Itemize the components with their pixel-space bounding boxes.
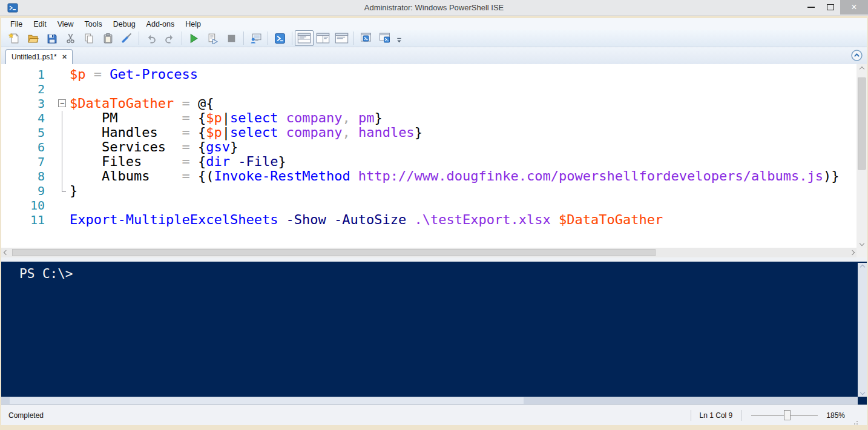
fold-margin <box>48 184 70 198</box>
status-bar: Completed Ln 1 Col 9 185% <box>1 405 867 425</box>
console-pane[interactable]: PS C:\> <box>1 262 867 405</box>
code-line: 9} <box>1 184 856 198</box>
copy-button[interactable] <box>80 30 99 46</box>
start-powershell-exe-button[interactable] <box>271 30 289 46</box>
toolbar-overflow-button[interactable] <box>394 30 404 46</box>
save-script-icon <box>46 33 58 44</box>
code-line: 1$p = Get-Process <box>1 67 856 82</box>
run-selection-button[interactable] <box>203 30 222 46</box>
line-number: 11 <box>1 213 48 227</box>
new-powershell-tab-button[interactable] <box>357 30 375 46</box>
line-number: 9 <box>1 184 48 198</box>
console-horizontal-scroll-thumb[interactable] <box>10 397 524 404</box>
minimize-icon <box>807 7 815 8</box>
status-separator <box>741 410 741 421</box>
show-powershell-console-button[interactable] <box>375 30 394 46</box>
status-text: Completed <box>8 411 44 420</box>
cursor-position: Ln 1 Col 9 <box>697 411 735 420</box>
tab-label: Untitled1.ps1* <box>12 53 57 61</box>
tab-close-icon[interactable]: × <box>62 53 67 61</box>
code-text: Albums = {(Invoke-RestMethod http://www.… <box>70 169 840 184</box>
line-number: 7 <box>1 154 48 169</box>
scroll-left-arrow-icon[interactable] <box>1 248 10 257</box>
toolbar-separator <box>182 31 182 45</box>
resize-grip[interactable] <box>853 419 860 425</box>
tab-untitled1[interactable]: Untitled1.ps1* × <box>5 49 73 64</box>
run-script-icon <box>188 33 200 44</box>
stop-operation-button[interactable] <box>222 30 241 46</box>
status-separator <box>691 410 691 421</box>
code-text: $DataToGather = @{ <box>70 96 214 111</box>
zoom-slider-thumb[interactable] <box>784 410 791 420</box>
code-text: Files = {dir -File} <box>70 154 286 169</box>
horizontal-scroll-thumb[interactable] <box>12 249 656 256</box>
new-script-button[interactable] <box>5 30 24 46</box>
fold-line <box>62 140 62 154</box>
undo-button[interactable] <box>142 30 160 46</box>
redo-icon <box>164 33 176 44</box>
console-horizontal-scrollbar[interactable] <box>1 397 858 405</box>
start-powershell-exe-icon <box>274 33 286 44</box>
code-line: 11Export-MultipleExcelSheets -Show -Auto… <box>1 213 856 227</box>
fold-line <box>62 154 62 169</box>
menu-view[interactable]: View <box>52 19 79 30</box>
tab-strip: Untitled1.ps1* × <box>1 47 867 64</box>
save-script-button[interactable] <box>42 30 61 46</box>
console-scroll-down-icon[interactable] <box>858 388 867 397</box>
minimize-button[interactable] <box>801 1 821 14</box>
pane-splitter[interactable] <box>1 257 867 262</box>
zoom-percentage: 185% <box>826 411 845 420</box>
fold-margin <box>48 140 70 154</box>
show-powershell-console-icon <box>378 33 392 44</box>
editor-horizontal-scrollbar[interactable] <box>1 248 856 257</box>
script-editor-pane[interactable]: 1$p = Get-Process23−$DataToGather = @{4 … <box>1 64 867 257</box>
toolbar <box>1 30 867 47</box>
fold-collapse-icon[interactable]: − <box>58 99 66 107</box>
console-prompt: PS C:\> <box>19 266 73 281</box>
show-script-pane-right-button[interactable] <box>314 30 332 46</box>
menu-edit[interactable]: Edit <box>28 19 52 30</box>
new-remote-powershell-tab-icon <box>250 33 261 44</box>
code-line: 6 Services = {gsv} <box>1 140 856 154</box>
open-script-button[interactable] <box>24 30 42 46</box>
collapse-script-pane-button[interactable] <box>851 50 863 61</box>
scroll-right-arrow-icon[interactable] <box>847 248 856 257</box>
show-script-pane-top-button[interactable] <box>295 30 314 46</box>
code-line: 3−$DataToGather = @{ <box>1 96 856 111</box>
scroll-up-arrow-icon[interactable] <box>856 64 867 73</box>
run-script-button[interactable] <box>185 30 203 46</box>
paste-button[interactable] <box>99 30 117 46</box>
maximize-button[interactable] <box>821 1 840 14</box>
line-number: 4 <box>1 111 48 125</box>
code-area[interactable]: 1$p = Get-Process23−$DataToGather = @{4 … <box>1 64 856 248</box>
cut-button[interactable] <box>61 30 80 46</box>
code-line: 8 Albums = {(Invoke-RestMethod http://ww… <box>1 169 856 184</box>
scroll-down-arrow-icon[interactable] <box>856 239 867 248</box>
toolbar-overflow-icon <box>396 33 403 44</box>
menu-debug[interactable]: Debug <box>108 19 141 30</box>
vertical-scroll-thumb[interactable] <box>858 78 866 170</box>
menu-file[interactable]: File <box>5 19 28 30</box>
zoom-slider[interactable] <box>751 409 818 422</box>
menu-bar: FileEditViewToolsDebugAdd-onsHelp <box>1 18 867 30</box>
line-number: 3 <box>1 96 48 111</box>
show-script-pane-right-icon <box>316 33 330 44</box>
clear-console-pane-icon <box>121 33 133 44</box>
editor-vertical-scrollbar[interactable] <box>856 64 867 248</box>
line-number: 5 <box>1 125 48 140</box>
show-script-pane-top-icon <box>297 33 311 44</box>
menu-addons[interactable]: Add-ons <box>141 19 180 30</box>
clear-console-pane-button[interactable] <box>117 30 136 46</box>
console-vertical-scrollbar[interactable] <box>858 263 867 397</box>
close-button[interactable]: × <box>840 0 868 15</box>
code-line: 5 Handles = {$p|select company, handles} <box>1 125 856 140</box>
show-script-pane-maximized-button[interactable] <box>332 30 351 46</box>
show-script-pane-maximized-icon <box>335 33 349 44</box>
console-scroll-up-icon[interactable] <box>858 263 867 271</box>
code-text: Services = {gsv} <box>70 140 238 154</box>
menu-tools[interactable]: Tools <box>79 19 108 30</box>
line-number: 10 <box>1 198 48 213</box>
redo-button[interactable] <box>160 30 179 46</box>
new-remote-powershell-tab-button[interactable] <box>246 30 265 46</box>
menu-help[interactable]: Help <box>180 19 206 30</box>
